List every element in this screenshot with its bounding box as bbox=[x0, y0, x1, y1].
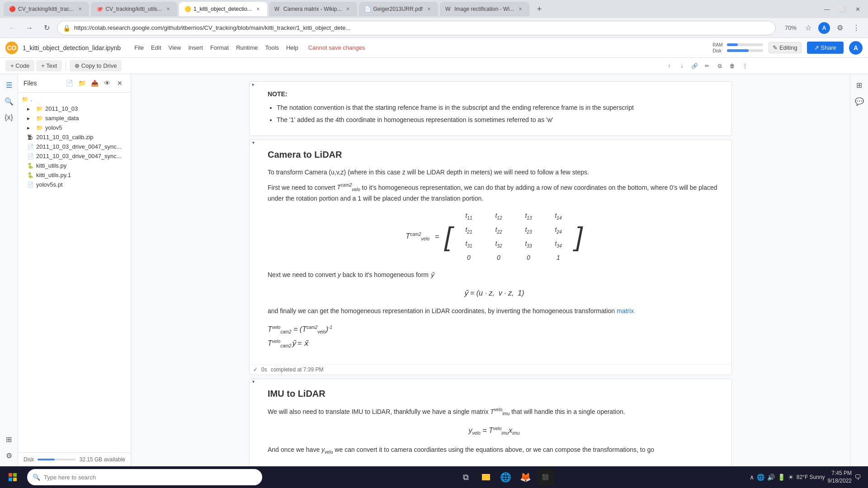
file-item-2011-10-03[interactable]: ▸ 📁 2011_10_03 bbox=[18, 104, 131, 113]
menu-runtime[interactable]: Runtime bbox=[236, 44, 258, 51]
menu-format[interactable]: Format bbox=[210, 44, 229, 51]
menu-insert[interactable]: Insert bbox=[188, 44, 203, 51]
close-button[interactable]: ✕ bbox=[851, 2, 864, 16]
more-icon[interactable]: ⋮ bbox=[740, 61, 750, 71]
m31: 0 bbox=[487, 253, 510, 263]
file-item-kitti-utils-1[interactable]: 🐍 kitti_utils.py.1 bbox=[18, 170, 131, 180]
add-code-button[interactable]: + Code bbox=[5, 60, 34, 71]
bookmark-icon[interactable]: ☆ bbox=[802, 22, 815, 34]
cell-status: ✓ 0s completed at 7:39 PM bbox=[250, 364, 731, 375]
file-item-kitti-utils[interactable]: 🐍 kitti_utils.py bbox=[18, 161, 131, 170]
copy-icon[interactable]: ⧉ bbox=[714, 61, 725, 71]
reload-button[interactable]: ↻ bbox=[40, 21, 53, 35]
colab-logo: CO bbox=[5, 42, 18, 54]
taskbar-terminal-icon[interactable]: ⬛ bbox=[538, 469, 554, 485]
system-clock[interactable]: 7:45 PM 9/18/2022 bbox=[828, 469, 852, 485]
tab-1-close[interactable]: × bbox=[76, 6, 84, 12]
taskbar-search-bar[interactable]: 🔍 bbox=[27, 469, 262, 485]
tray-notification-icon[interactable]: 🗨 bbox=[854, 474, 861, 481]
refresh-icon[interactable]: 👁 bbox=[102, 78, 113, 89]
matrix-link[interactable]: matrix bbox=[617, 307, 634, 314]
taskbar-edge-icon[interactable]: 🌐 bbox=[498, 469, 514, 485]
right-expand-icon[interactable]: ⊞ bbox=[852, 78, 867, 92]
folder-expand-icon-3: ▸ bbox=[27, 125, 34, 131]
menu-tools[interactable]: Tools bbox=[265, 44, 279, 51]
minimize-button[interactable]: — bbox=[820, 2, 834, 16]
new-tab-button[interactable]: + bbox=[533, 3, 546, 15]
profile-icon[interactable]: A bbox=[818, 22, 830, 34]
file-item-sample-data[interactable]: ▸ 📁 sample_data bbox=[18, 113, 131, 123]
tab-4[interactable]: W Camera matrix - Wikip... × bbox=[269, 2, 357, 16]
menu-file[interactable]: File bbox=[134, 44, 144, 51]
menu-edit[interactable]: Edit bbox=[151, 44, 161, 51]
file-label-sample-data: sample_data bbox=[45, 115, 79, 122]
taskbar-search-input[interactable] bbox=[44, 474, 257, 481]
user-avatar[interactable]: A bbox=[849, 41, 863, 55]
file-item-root[interactable]: 📁 . bbox=[18, 94, 131, 104]
taskbar-firefox-icon[interactable]: 🦊 bbox=[518, 469, 534, 485]
address-bar[interactable]: 🔒 https://colab.research.google.com/gith… bbox=[57, 21, 776, 35]
content-area[interactable]: ▸ NOTE: The notation convention is that … bbox=[131, 74, 850, 466]
ram-bar bbox=[727, 43, 763, 46]
file-item-drive-2[interactable]: 📄 2011_10_03_drive_0047_sync... bbox=[18, 151, 131, 161]
tab-2[interactable]: 🐙 CV_tracking/kitti_utils... × bbox=[91, 2, 177, 16]
start-button[interactable] bbox=[4, 468, 22, 486]
new-folder-icon[interactable]: 📁 bbox=[76, 78, 87, 89]
tab-3-title: 1_kitti_object_detectio... bbox=[193, 6, 252, 12]
tray-network-icon[interactable]: 🌐 bbox=[757, 474, 764, 481]
move-down-icon[interactable]: ↓ bbox=[676, 61, 687, 71]
delete-icon[interactable]: 🗑 bbox=[727, 61, 738, 71]
menu-help[interactable]: Help bbox=[286, 44, 298, 51]
menu-view[interactable]: View bbox=[169, 44, 181, 51]
tray-chevron-icon[interactable]: ∧ bbox=[750, 474, 754, 481]
variables-panel-icon[interactable]: {x} bbox=[2, 110, 16, 125]
forward-button[interactable]: → bbox=[23, 21, 36, 35]
collapse-indicator[interactable]: ▸ bbox=[250, 82, 257, 87]
notebook-content: ▸ NOTE: The notation convention is that … bbox=[242, 74, 739, 466]
tab-3-close[interactable]: × bbox=[255, 6, 262, 12]
file-item-calib-zip[interactable]: 🗜 2011_10_03_calib.zip bbox=[18, 132, 131, 142]
taskbar-task-view-icon[interactable]: ⧉ bbox=[458, 469, 474, 485]
tab-1[interactable]: 🔴 CV_tracking/kitti_trac... × bbox=[4, 2, 89, 16]
add-text-button[interactable]: + Text bbox=[36, 60, 62, 71]
right-chat-icon[interactable]: 💬 bbox=[852, 94, 867, 108]
files-panel-icon[interactable]: ☰ bbox=[2, 78, 16, 92]
file-item-drive-1[interactable]: 📄 2011_10_03_drive_0047_sync... bbox=[18, 142, 131, 151]
notebook-toolbar: + Code + Text ⊕ Copy to Drive ↑ ↓ 🔗 ✏ ⧉ … bbox=[0, 58, 868, 74]
close-sidebar-icon[interactable]: ✕ bbox=[114, 78, 125, 89]
tab-4-close[interactable]: × bbox=[344, 6, 352, 12]
svg-rect-0 bbox=[9, 473, 12, 477]
terminal-panel-icon[interactable]: ⊞ bbox=[2, 432, 16, 446]
tab-5-close[interactable]: × bbox=[425, 6, 433, 12]
file-item-yolov5[interactable]: ▸ 📁 yolov5 bbox=[18, 123, 131, 132]
tab-6[interactable]: W Image rectification - Wi... × bbox=[440, 2, 529, 16]
camera-lidar-collapse[interactable]: ▾ bbox=[250, 140, 257, 145]
upload-file-icon[interactable]: 📄 bbox=[64, 78, 75, 89]
tray-volume-icon[interactable]: 🔊 bbox=[767, 474, 775, 481]
edit-icon[interactable]: ✏ bbox=[702, 61, 712, 71]
tab-3[interactable]: 🟡 1_kitti_object_detectio... × bbox=[179, 2, 267, 16]
editing-button[interactable]: ✎ Editing bbox=[769, 42, 801, 53]
imu-lidar-collapse[interactable]: ▾ bbox=[250, 379, 257, 384]
search-panel-icon[interactable]: 🔍 bbox=[2, 94, 16, 108]
tab-6-title: Image rectification - Wi... bbox=[454, 6, 514, 12]
sidebar-bottom: Disk 32.15 GB available bbox=[18, 452, 131, 466]
share-button[interactable]: ⇗ Share bbox=[807, 42, 844, 54]
upload-folder-icon[interactable]: 📤 bbox=[89, 78, 100, 89]
tray-battery-icon[interactable]: 🔋 bbox=[778, 474, 785, 481]
link-icon[interactable]: 🔗 bbox=[689, 61, 700, 71]
file-item-yolov5s[interactable]: 📄 yolov5s.pt bbox=[18, 180, 131, 189]
tab-5[interactable]: 📄 Geiger2013IJRR.pdf × bbox=[359, 2, 438, 16]
back-button[interactable]: ← bbox=[5, 21, 19, 35]
copy-to-drive-button[interactable]: ⊕ Copy to Drive bbox=[70, 60, 122, 71]
m20: t31 bbox=[458, 239, 480, 250]
tab-6-close[interactable]: × bbox=[517, 6, 524, 12]
move-up-icon[interactable]: ↑ bbox=[664, 61, 675, 71]
maximize-button[interactable]: ⬜ bbox=[835, 2, 849, 16]
extension-icon[interactable]: ⚙ bbox=[834, 22, 846, 34]
tab-1-title: CV_tracking/kitti_trac... bbox=[18, 6, 74, 12]
tab-2-close[interactable]: × bbox=[165, 6, 172, 12]
settings-panel-icon[interactable]: ⚙ bbox=[2, 448, 16, 463]
taskbar-explorer-icon[interactable] bbox=[478, 469, 494, 485]
menu-icon[interactable]: ⋮ bbox=[850, 22, 863, 34]
